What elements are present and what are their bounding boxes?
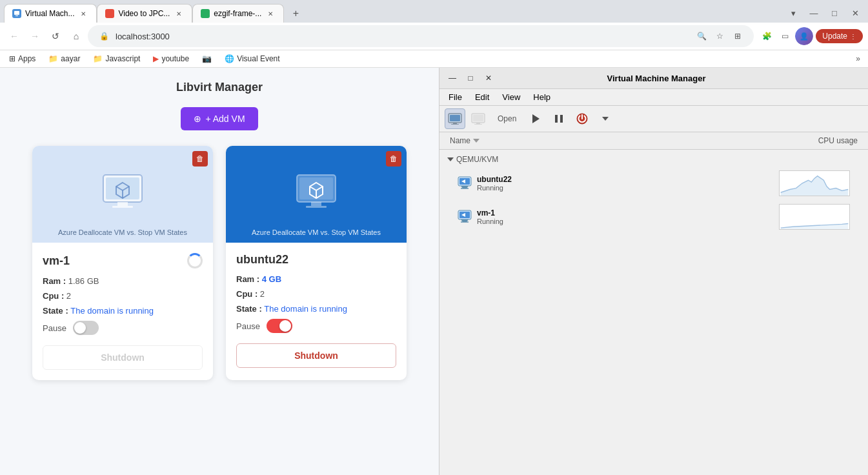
vm1-cpu-row: Cpu : 2	[43, 291, 203, 301]
search-icon[interactable]: 🔍	[694, 28, 709, 44]
minimize-button[interactable]: —	[805, 5, 823, 23]
tab-1-close[interactable]: ✕	[78, 8, 88, 19]
vm1-state-row: State : The domain is running	[43, 306, 203, 316]
add-vm-button[interactable]: ⊕ + Add VM	[181, 107, 257, 130]
svg-rect-24	[473, 115, 483, 121]
folder-icon-2: 📁	[93, 54, 103, 63]
browser-content: Libvirt Manager ⊕ + Add VM 🗑	[0, 68, 439, 475]
vmm-menu-edit[interactable]: Edit	[469, 90, 496, 104]
reader-icon[interactable]: ⊞	[730, 28, 745, 44]
vm1-spinner	[187, 253, 203, 268]
ubuntu22-pause-row: Pause	[236, 319, 396, 333]
vmm-power-button[interactable]	[572, 108, 592, 129]
svg-marker-32	[473, 139, 479, 143]
bookmark-youtube[interactable]: ▶ youtube	[149, 53, 193, 65]
address-icons: 🔍 ☆ ⊞	[694, 28, 745, 44]
vm-card-ubuntu22-body: ubuntu22 Ram : 4 GB Cpu : 2 State : The …	[226, 243, 407, 378]
vmm-vm-list: QEMU/KVM ubuntu22	[439, 150, 868, 475]
vmm-group-qemu[interactable]: QEMU/KVM	[442, 152, 865, 167]
tab-3-close[interactable]: ✕	[265, 8, 276, 19]
vmm-restore-button[interactable]: □	[463, 70, 478, 86]
vmm-menubar: File Edit View Help	[439, 89, 868, 106]
home-button[interactable]: ⌂	[67, 27, 85, 45]
vm1-delete-button[interactable]: 🗑	[192, 151, 208, 167]
tab-2-close[interactable]: ✕	[174, 8, 184, 19]
svg-rect-2	[15, 15, 18, 16]
vmm-power-dropdown[interactable]	[595, 108, 616, 129]
vmm-vm-item-ubuntu22[interactable]: ubuntu22 Running	[442, 167, 865, 200]
svg-marker-31	[602, 117, 609, 121]
forward-button[interactable]: →	[26, 27, 44, 45]
svg-rect-13	[311, 202, 321, 206]
close-button[interactable]: ✕	[846, 5, 864, 23]
bookmark-icon[interactable]: ☆	[712, 28, 727, 44]
vm1-name: vm-1	[43, 253, 203, 268]
vmm-minimize-button[interactable]: —	[445, 70, 460, 86]
vmm-titlebar: — □ ✕ Virtual Machine Manager	[439, 68, 868, 89]
vmm-pause-button[interactable]	[549, 108, 569, 129]
ubuntu22-shutdown-button[interactable]: Shutdown	[236, 343, 396, 368]
ubuntu22-pause-toggle[interactable]	[267, 319, 292, 333]
tab-overflow-button[interactable]: ▾	[784, 5, 802, 23]
vm-card-ubuntu22: 🗑	[226, 146, 407, 380]
new-tab-button[interactable]: +	[287, 5, 305, 23]
vm1-ram-row: Ram : 1.86 GB	[43, 276, 203, 286]
bookmark-apps[interactable]: ⊞ Apps	[5, 53, 39, 65]
security-icon: 🔒	[96, 28, 112, 44]
vmm-name-col-header: Name	[445, 134, 813, 148]
vmm-menu-file[interactable]: File	[442, 90, 469, 104]
vmm-col-headers: Name CPU usage	[439, 132, 868, 150]
vm-card-vm1: 🗑	[32, 146, 213, 380]
vmm-vm-item-vm1[interactable]: vm-1 Running	[442, 200, 865, 234]
vmm-panel: — □ ✕ Virtual Machine Manager File Edit …	[439, 68, 868, 475]
svg-rect-22	[451, 124, 459, 125]
reload-button[interactable]: ↺	[46, 27, 65, 45]
vmm-vm1-info: vm-1 Running	[477, 208, 774, 225]
svg-rect-14	[306, 206, 327, 208]
main-layout: Libvirt Manager ⊕ + Add VM 🗑	[0, 68, 868, 475]
address-bar[interactable]: 🔒 localhost:3000 🔍 ☆ ⊞	[88, 25, 754, 47]
vmm-open-button[interactable]: Open	[491, 112, 523, 126]
group-collapse-icon	[447, 156, 454, 163]
page-title: Libvirt Manager	[13, 81, 426, 94]
vmm-open-screen-button[interactable]	[468, 108, 489, 129]
svg-marker-39	[781, 176, 849, 196]
bookmark-aayar[interactable]: 📁 aayar	[45, 53, 84, 65]
bookmark-instagram[interactable]: 📷	[198, 53, 216, 65]
svg-rect-25	[476, 123, 480, 124]
profile-button[interactable]: 👤	[795, 27, 813, 45]
tab-1[interactable]: Virtual Mach... ✕	[4, 4, 97, 23]
vmm-menu-view[interactable]: View	[496, 90, 527, 104]
svg-rect-5	[117, 202, 128, 206]
name-sort-icon	[473, 139, 479, 143]
bookmark-javascript[interactable]: 📁 Javascript	[89, 53, 144, 65]
tab-2[interactable]: Video to JPC... ✕	[97, 4, 192, 23]
extensions-button[interactable]: 🧩	[759, 28, 774, 44]
bookmark-visual-event[interactable]: 🌐 Visual Event	[221, 53, 284, 65]
plus-icon: ⊕	[194, 114, 201, 124]
ubuntu22-delete-button[interactable]: 🗑	[386, 151, 401, 167]
update-button[interactable]: Update ⋮	[816, 29, 863, 43]
sidebar-button[interactable]: ▭	[777, 28, 792, 44]
vm1-pause-toggle[interactable]	[73, 321, 99, 335]
link-icon: 🌐	[225, 54, 234, 63]
tab-more-controls: ▾ — □ ✕	[784, 5, 864, 23]
vmm-vm1-icon	[458, 210, 472, 224]
restore-button[interactable]: □	[825, 5, 843, 23]
back-button[interactable]: ←	[5, 27, 23, 45]
vm1-shutdown-button[interactable]: Shutdown	[43, 345, 203, 370]
vmm-title: Virtual Machine Manager	[496, 74, 816, 83]
tab-3[interactable]: ezgif-frame-... ✕	[192, 4, 284, 23]
bookmarks-overflow[interactable]: »	[853, 53, 863, 65]
vmm-screenshot-button[interactable]	[445, 108, 465, 129]
vm-card-vm1-body: vm-1 Ram : 1.86 GB Cpu : 2 State : The d…	[32, 243, 213, 380]
vmm-toolbar: Open	[439, 106, 868, 132]
svg-rect-26	[474, 124, 482, 125]
svg-rect-29	[560, 115, 563, 123]
vmm-menu-help[interactable]: Help	[527, 90, 557, 104]
vmm-play-button[interactable]	[525, 108, 546, 129]
ubuntu22-name: ubuntu22	[236, 253, 396, 267]
profile-avatar: 👤	[795, 27, 813, 45]
vmm-close-button[interactable]: ✕	[481, 70, 496, 86]
youtube-icon: ▶	[153, 54, 159, 63]
